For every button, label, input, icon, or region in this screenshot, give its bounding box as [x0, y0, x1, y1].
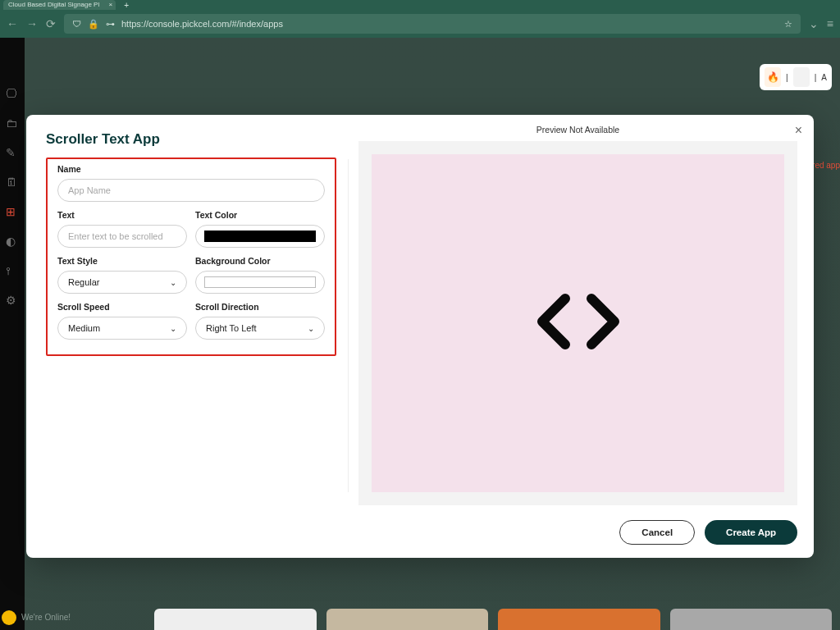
scroll-direction-value: Right To Left: [206, 323, 257, 333]
bg-card: [498, 609, 660, 630]
bg-card: [154, 609, 317, 630]
highlighted-form-area: Name Text Text Color: [46, 158, 336, 356]
chevron-down-icon: ⌄: [308, 324, 314, 333]
scroll-speed-label: Scroll Speed: [57, 302, 187, 312]
shield-icon: 🛡: [72, 19, 81, 29]
pill-secondary: [793, 67, 810, 87]
name-input[interactable]: [57, 179, 325, 202]
color-swatch-white: [204, 276, 316, 288]
text-color-label: Text Color: [195, 210, 325, 220]
star-icon[interactable]: ☆: [784, 19, 792, 30]
gear-icon[interactable]: ⚙: [6, 294, 19, 307]
scroll-direction-select[interactable]: Right To Left ⌄: [195, 317, 325, 340]
pocket-icon[interactable]: ⌄: [809, 17, 819, 30]
bg-color-picker[interactable]: [195, 271, 325, 294]
edit-icon[interactable]: ✎: [6, 146, 19, 159]
modal-actions: Cancel Create App: [358, 520, 797, 545]
text-style-value: Regular: [68, 277, 100, 287]
bg-card: [670, 609, 833, 630]
text-style-select[interactable]: Regular ⌄: [57, 271, 187, 294]
chat-widget[interactable]: We're Online!: [2, 610, 71, 625]
chat-status: We're Online!: [21, 613, 71, 623]
url-text: https://console.pickcel.com/#/index/apps: [121, 19, 778, 29]
forward-icon[interactable]: →: [26, 17, 38, 30]
modal-preview-panel: Preview Not Available Cancel Create App: [349, 115, 814, 558]
app-sidebar: 🖵 🗀 ✎ 🗓 ⊞ ◐ ⫯ ⚙: [0, 38, 25, 630]
scroll-direction-label: Scroll Direction: [195, 302, 325, 312]
browser-tab-bar: Cloud Based Digital Signage Pl × +: [0, 0, 840, 10]
tab-title: Cloud Based Digital Signage Pl: [8, 1, 99, 8]
url-bar[interactable]: 🛡 🔒 ⊶ https://console.pickcel.com/#/inde…: [64, 14, 801, 34]
code-icon: [529, 289, 628, 358]
cancel-button[interactable]: Cancel: [619, 520, 695, 545]
key-icon: ⊶: [106, 19, 115, 30]
close-icon[interactable]: ×: [795, 123, 802, 138]
globe-icon[interactable]: ◐: [6, 235, 19, 248]
app-config-modal: × Scroller Text App Name Text Text Color: [26, 115, 814, 558]
bg-card: [326, 609, 489, 630]
chevron-down-icon: ⌄: [170, 324, 176, 333]
fire-icon: 🔥: [765, 67, 781, 87]
preview-box: [372, 154, 784, 492]
chat-avatar-icon: [2, 610, 16, 625]
menu-icon[interactable]: ≡: [827, 17, 833, 30]
text-input[interactable]: [57, 225, 187, 248]
text-style-label: Text Style: [57, 256, 187, 266]
background-cards: [154, 609, 832, 630]
color-swatch-black: [204, 231, 316, 242]
preview-container: [358, 141, 797, 505]
text-color-picker[interactable]: [195, 225, 325, 248]
chart-icon[interactable]: ⫯: [6, 264, 19, 277]
browser-nav-bar: ← → ⟳ 🛡 🔒 ⊶ https://console.pickcel.com/…: [0, 10, 840, 38]
page-content: 🖵 🗀 ✎ 🗓 ⊞ ◐ ⫯ ⚙ 🔥 | | A red app We're On…: [0, 38, 840, 630]
new-tab-button[interactable]: +: [124, 1, 129, 10]
create-app-button[interactable]: Create App: [705, 520, 797, 545]
folder-icon[interactable]: 🗀: [6, 116, 19, 130]
modal-title: Scroller Text App: [46, 131, 336, 148]
scroll-speed-select[interactable]: Medium ⌄: [57, 317, 187, 340]
scroll-speed-value: Medium: [68, 323, 100, 333]
preview-label: Preview Not Available: [358, 125, 797, 135]
pill-divider: |: [815, 73, 817, 82]
lock-icon: 🔒: [88, 19, 99, 30]
chevron-down-icon: ⌄: [170, 278, 176, 287]
monitor-icon[interactable]: 🖵: [6, 87, 19, 100]
pill-divider: |: [786, 73, 788, 82]
reload-icon[interactable]: ⟳: [46, 17, 56, 30]
apps-icon[interactable]: ⊞: [6, 205, 19, 218]
browser-tab[interactable]: Cloud Based Digital Signage Pl ×: [3, 0, 116, 10]
close-icon[interactable]: ×: [109, 0, 113, 10]
calendar-icon[interactable]: 🗓: [6, 176, 19, 189]
bg-color-label: Background Color: [195, 256, 325, 266]
pill-label: A: [821, 73, 827, 82]
name-label: Name: [57, 164, 325, 174]
back-icon[interactable]: ←: [7, 17, 18, 30]
tag-pill[interactable]: 🔥 | | A: [760, 64, 832, 90]
modal-form-panel: Scroller Text App Name Text Text Color: [26, 115, 348, 558]
background-link: red app: [812, 161, 840, 170]
text-label: Text: [57, 210, 187, 220]
